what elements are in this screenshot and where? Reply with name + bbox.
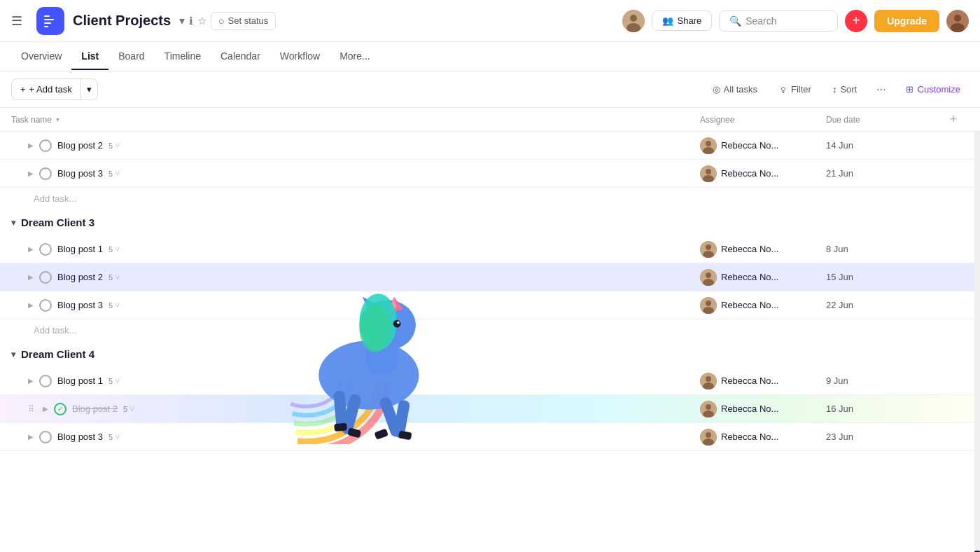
- svg-rect-2: [44, 22, 51, 24]
- due-date: 21 Jun: [826, 168, 938, 179]
- task-status-circle[interactable]: [39, 139, 52, 152]
- search-box[interactable]: 🔍 Search: [719, 11, 838, 32]
- svg-point-5: [630, 15, 637, 22]
- chevron-down-icon[interactable]: ▾: [179, 14, 185, 27]
- assignee-avatar: [700, 269, 717, 286]
- task-title: Blog post 1: [57, 244, 103, 254]
- task-name-cell: ▶ Blog post 1 5 ⑂: [11, 375, 700, 387]
- add-task-main[interactable]: + + Add task: [12, 79, 80, 99]
- scrollbar-track[interactable]: [974, 108, 980, 552]
- section-collapse-icon[interactable]: ▾: [11, 218, 15, 228]
- task-count: 5 ⑂: [108, 272, 120, 282]
- table-row[interactable]: ▶ Blog post 2 5 ⑂ Rebecca No... 14 Jun: [0, 132, 980, 160]
- table-row[interactable]: ▶ Blog post 3 5 ⑂ Rebecca No... 23 Jun: [0, 423, 980, 451]
- svg-point-23: [706, 301, 711, 306]
- upgrade-button[interactable]: Upgrade: [874, 10, 939, 32]
- assignee-name: Rebecca No...: [721, 432, 778, 442]
- share-button[interactable]: 👥 Share: [652, 11, 713, 31]
- tab-calendar[interactable]: Calendar: [211, 43, 270, 70]
- expand-icon[interactable]: ▶: [28, 301, 34, 309]
- table-header: Task name ▾ Assignee Due date +: [0, 108, 980, 132]
- assignee-cell: Rebecca No...: [700, 429, 826, 446]
- hamburger-menu-icon[interactable]: ☰: [11, 13, 22, 29]
- project-title: Client Projects: [73, 13, 171, 29]
- task-count: 5 ⑂: [108, 301, 120, 310]
- svg-rect-0: [44, 15, 50, 17]
- customize-button[interactable]: ⊞ Customize: [897, 80, 969, 99]
- assignee-avatar: [700, 137, 717, 154]
- expand-icon[interactable]: ▶: [28, 273, 34, 281]
- add-task-button[interactable]: + + Add task ▾: [11, 78, 98, 100]
- due-date: 14 Jun: [826, 140, 938, 151]
- add-task-inline-row-dc3[interactable]: Add task...: [0, 319, 980, 341]
- user-avatar-2[interactable]: [946, 10, 969, 32]
- all-tasks-button[interactable]: ◎ All tasks: [704, 80, 766, 99]
- more-options-button[interactable]: ···: [869, 79, 892, 100]
- expand-icon[interactable]: ▶: [28, 433, 34, 441]
- assignee-cell: Rebecca No...: [700, 373, 826, 389]
- expand-icon[interactable]: ▶: [28, 377, 34, 385]
- tab-timeline[interactable]: Timeline: [155, 43, 211, 70]
- assignee-cell: Rebecca No...: [700, 297, 826, 314]
- svg-point-32: [706, 432, 711, 438]
- expand-icon[interactable]: ▶: [28, 142, 34, 149]
- add-task-caret[interactable]: ▾: [80, 79, 97, 99]
- filter-button[interactable]: ⧬ Filter: [770, 80, 820, 99]
- svg-rect-1: [44, 19, 54, 20]
- task-status-circle[interactable]: [39, 375, 52, 387]
- table-row[interactable]: ▶ Blog post 3 5 ⑂ Rebecca No... 21 Jun: [0, 160, 980, 188]
- assignee-name: Rebecca No...: [721, 300, 778, 310]
- tab-overview[interactable]: Overview: [11, 43, 71, 70]
- task-name-cell: ▶ Blog post 3 5 ⑂: [11, 299, 700, 312]
- star-icon[interactable]: ☆: [197, 15, 206, 27]
- share-icon: 👥: [662, 15, 673, 26]
- task-status-circle[interactable]: [39, 271, 52, 284]
- app-logo: [36, 7, 64, 35]
- tab-workflow[interactable]: Workflow: [270, 43, 330, 70]
- drag-handle-icon[interactable]: ⠿: [28, 404, 34, 414]
- svg-point-20: [706, 272, 711, 278]
- table-row[interactable]: ▶ Blog post 2 5 ⑂ Rebecca No... 15 Jun: [0, 263, 980, 291]
- task-status-circle[interactable]: [39, 299, 52, 312]
- task-status-circle[interactable]: [39, 243, 52, 256]
- task-name-cell: ▶ Blog post 1 5 ⑂: [11, 243, 700, 256]
- sort-button[interactable]: ↕ Sort: [824, 80, 865, 99]
- table-row[interactable]: ⠿ ▶ ✓ Blog post 2 5 ⑂ Rebecca No... 16 J…: [0, 395, 980, 423]
- assignee-cell: Rebecca No...: [700, 269, 826, 286]
- tab-list[interactable]: List: [71, 43, 108, 70]
- task-status-circle[interactable]: [39, 167, 52, 180]
- task-status-circle[interactable]: ✓: [54, 403, 66, 415]
- svg-point-8: [954, 15, 961, 22]
- svg-point-17: [706, 244, 711, 250]
- expand-icon[interactable]: ▶: [28, 245, 34, 253]
- task-name-cell: ▶ Blog post 3 5 ⑂: [11, 167, 700, 180]
- table-row[interactable]: ▶ Blog post 1 5 ⑂ Rebecca No... 8 Jun: [0, 235, 980, 263]
- add-column-button[interactable]: +: [938, 112, 969, 127]
- section-dream-client-3[interactable]: ▾ Dream Client 3: [0, 209, 980, 235]
- task-title: Blog post 2: [72, 403, 118, 414]
- assignee-name: Rebecca No...: [721, 244, 778, 254]
- section-dream-client-4[interactable]: ▾ Dream Client 4: [0, 341, 980, 367]
- due-date: 9 Jun: [826, 375, 938, 386]
- user-avatar-1[interactable]: [622, 10, 645, 32]
- customize-icon: ⊞: [906, 84, 913, 95]
- filter-icon: ⧬: [778, 84, 788, 95]
- task-status-circle[interactable]: [39, 431, 52, 443]
- expand-icon[interactable]: ▶: [43, 405, 48, 413]
- table-row[interactable]: ▶ Blog post 1 5 ⑂ Rebecca No... 9 Jun: [0, 367, 980, 395]
- tab-board[interactable]: Board: [108, 43, 154, 70]
- add-button[interactable]: +: [845, 10, 867, 32]
- task-count: 5 ⑂: [108, 432, 120, 442]
- circle-icon: ○: [218, 15, 224, 27]
- tab-more[interactable]: More...: [330, 43, 380, 70]
- expand-icon[interactable]: ▶: [28, 170, 34, 177]
- add-task-inline-row[interactable]: Add task...: [0, 188, 980, 209]
- set-status-button[interactable]: ○ Set status: [211, 12, 276, 30]
- svg-point-29: [706, 404, 711, 410]
- info-icon[interactable]: ℹ: [189, 15, 193, 27]
- section-title: Dream Client 4: [21, 348, 94, 360]
- section-collapse-icon[interactable]: ▾: [11, 350, 15, 359]
- table-row[interactable]: ▶ Blog post 3 5 ⑂ Rebecca No... 22 Jun: [0, 291, 980, 319]
- assignee-cell: Rebecca No...: [700, 165, 826, 182]
- section-title: Dream Client 3: [21, 216, 94, 228]
